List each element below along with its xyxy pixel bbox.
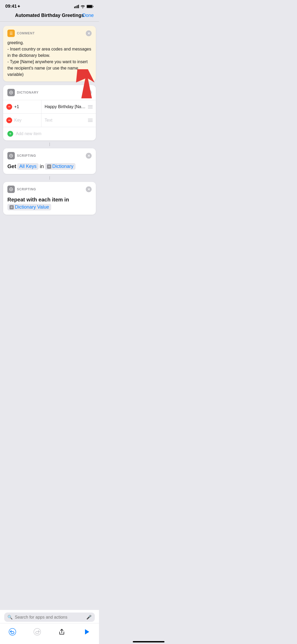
nav-bar: Automated Birthday Greetings Done xyxy=(0,11,99,21)
status-icons xyxy=(74,5,94,8)
wifi-icon xyxy=(81,5,85,8)
svg-point-9 xyxy=(11,92,12,93)
nav-title: Automated Birthday Greetings xyxy=(15,13,84,18)
dictionary-icon xyxy=(7,89,15,96)
token-gear-icon-2: ⚙ xyxy=(10,205,14,209)
repeat-text: Repeat with each item in xyxy=(7,197,69,203)
bottom-spacer xyxy=(3,218,96,255)
scripting-label-2: SCRIPTING xyxy=(17,187,36,191)
get-label: Get xyxy=(7,163,16,169)
comment-card: ☰ COMMENT ✕ greeting. - Insert country o… xyxy=(3,26,96,81)
add-item-label: Add new item xyxy=(16,131,41,136)
content-area: ☰ COMMENT ✕ greeting. - Insert country o… xyxy=(0,22,99,260)
drag-handle-2[interactable] xyxy=(88,119,93,122)
dict-row-2: − Key Text xyxy=(3,114,96,127)
comment-icon: ☰ xyxy=(7,30,15,37)
scripting-label-1: SCRIPTING xyxy=(17,154,36,158)
comment-text: greeting. - Insert country or area codes… xyxy=(7,40,92,78)
token-gear-icon: ⚙ xyxy=(47,164,51,169)
svg-rect-1 xyxy=(76,6,76,8)
dict-value-2[interactable]: Text xyxy=(45,118,52,123)
scripting-body-1: Get All Keys in ⚙ Dictionary xyxy=(3,163,96,174)
scripting-card-1: SCRIPTING ✕ Get All Keys in ⚙ Dictionary xyxy=(3,148,96,174)
comment-label: COMMENT xyxy=(17,31,35,35)
in-label-1: in xyxy=(40,163,44,169)
dictionary-header: DICTIONARY ✕ xyxy=(3,85,96,100)
done-button[interactable]: Done xyxy=(82,13,94,18)
scripting-icon-2 xyxy=(7,186,15,193)
dictionary-card: DICTIONARY ✕ − +1 Happy Birthday [Na… xyxy=(3,85,96,140)
status-time: 09:41 xyxy=(5,4,20,9)
scripting-close-2[interactable]: ✕ xyxy=(86,186,92,192)
svg-rect-3 xyxy=(78,5,79,8)
dict-value-1[interactable]: Happy Birthday [Na… xyxy=(45,104,86,109)
repeat-sub: ⚙ Dictionary Value xyxy=(7,204,92,210)
drag-handle-1[interactable] xyxy=(88,105,93,108)
dictionary-value-token[interactable]: ⚙ Dictionary Value xyxy=(7,204,51,210)
dict-key-1[interactable]: +1 xyxy=(14,104,19,109)
svg-rect-0 xyxy=(74,7,75,8)
comment-card-header: ☰ COMMENT ✕ xyxy=(7,30,92,37)
add-item-row[interactable]: + Add new item xyxy=(3,127,96,140)
svg-point-15 xyxy=(11,155,12,156)
svg-rect-5 xyxy=(87,5,92,8)
all-keys-token[interactable]: All Keys xyxy=(17,163,39,170)
dictionary-token[interactable]: ⚙ Dictionary xyxy=(45,163,76,170)
dict-row-1: − +1 Happy Birthday [Na… xyxy=(3,100,96,114)
connector-1 xyxy=(3,142,96,146)
status-bar: 09:41 xyxy=(0,0,99,11)
add-item-button[interactable]: + xyxy=(7,131,13,137)
repeat-body: Repeat with each item in ⚙ Dictionary Va… xyxy=(3,197,96,215)
remove-row-2-button[interactable]: − xyxy=(6,117,12,123)
dictionary-label: DICTIONARY xyxy=(17,91,39,94)
scripting-icon-1 xyxy=(7,152,15,159)
scripting-header-2: SCRIPTING ✕ xyxy=(3,182,96,197)
signal-icon xyxy=(74,5,79,8)
remove-row-1-button[interactable]: − xyxy=(6,104,12,110)
dictionary-close-button[interactable]: ✕ xyxy=(86,90,92,95)
svg-point-21 xyxy=(11,189,12,190)
dictionary-section: DICTIONARY ✕ − +1 Happy Birthday [Na… xyxy=(3,85,96,140)
time-label: 09:41 xyxy=(5,4,17,9)
location-icon xyxy=(17,5,20,8)
scripting-close-1[interactable]: ✕ xyxy=(86,153,92,159)
connector-2 xyxy=(3,176,96,180)
scripting-header-1: SCRIPTING ✕ xyxy=(3,148,96,163)
svg-rect-2 xyxy=(77,5,78,8)
dict-key-2[interactable]: Key xyxy=(14,118,22,123)
comment-close-button[interactable]: ✕ xyxy=(86,30,92,36)
battery-icon xyxy=(87,5,94,8)
scripting-card-2: SCRIPTING ✕ Repeat with each item in ⚙ D… xyxy=(3,182,96,215)
